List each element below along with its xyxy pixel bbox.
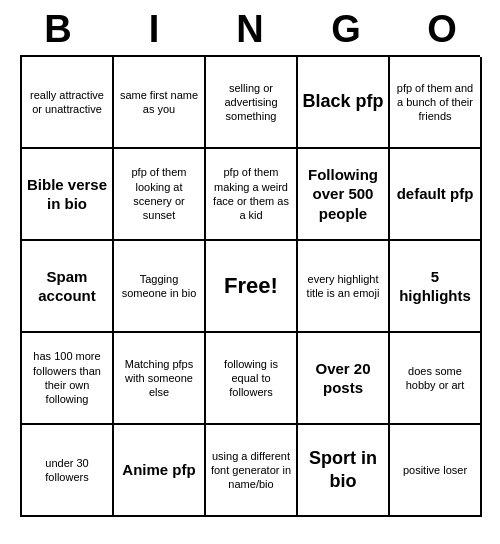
- bingo-cell-10[interactable]: Spam account: [22, 241, 114, 333]
- bingo-cell-8[interactable]: Following over 500 people: [298, 149, 390, 241]
- bingo-cell-21[interactable]: Anime pfp: [114, 425, 206, 517]
- bingo-cell-17[interactable]: following is equal to followers: [206, 333, 298, 425]
- letter-g: G: [300, 8, 392, 51]
- bingo-cell-20[interactable]: under 30 followers: [22, 425, 114, 517]
- bingo-cell-23[interactable]: Sport in bio: [298, 425, 390, 517]
- bingo-cell-6[interactable]: pfp of them looking at scenery or sunset: [114, 149, 206, 241]
- letter-n: N: [204, 8, 296, 51]
- bingo-cell-0[interactable]: really attractive or unattractive: [22, 57, 114, 149]
- bingo-cell-11[interactable]: Tagging someone in bio: [114, 241, 206, 333]
- bingo-cell-4[interactable]: pfp of them and a bunch of their friends: [390, 57, 482, 149]
- bingo-grid: really attractive or unattractivesame fi…: [20, 55, 480, 517]
- bingo-cell-22[interactable]: using a different font generator in name…: [206, 425, 298, 517]
- bingo-cell-16[interactable]: Matching pfps with someone else: [114, 333, 206, 425]
- bingo-cell-7[interactable]: pfp of them making a weird face or them …: [206, 149, 298, 241]
- bingo-cell-3[interactable]: Black pfp: [298, 57, 390, 149]
- bingo-cell-24[interactable]: positive loser: [390, 425, 482, 517]
- bingo-cell-2[interactable]: selling or advertising something: [206, 57, 298, 149]
- bingo-cell-9[interactable]: default pfp: [390, 149, 482, 241]
- bingo-cell-13[interactable]: every highlight title is an emoji: [298, 241, 390, 333]
- letter-o: O: [396, 8, 488, 51]
- bingo-cell-5[interactable]: Bible verse in bio: [22, 149, 114, 241]
- bingo-header: B I N G O: [10, 8, 490, 51]
- bingo-cell-18[interactable]: Over 20 posts: [298, 333, 390, 425]
- letter-i: I: [108, 8, 200, 51]
- bingo-cell-19[interactable]: does some hobby or art: [390, 333, 482, 425]
- bingo-cell-15[interactable]: has 100 more followers than their own fo…: [22, 333, 114, 425]
- bingo-cell-14[interactable]: 5 highlights: [390, 241, 482, 333]
- letter-b: B: [12, 8, 104, 51]
- bingo-cell-1[interactable]: same first name as you: [114, 57, 206, 149]
- bingo-cell-12[interactable]: Free!: [206, 241, 298, 333]
